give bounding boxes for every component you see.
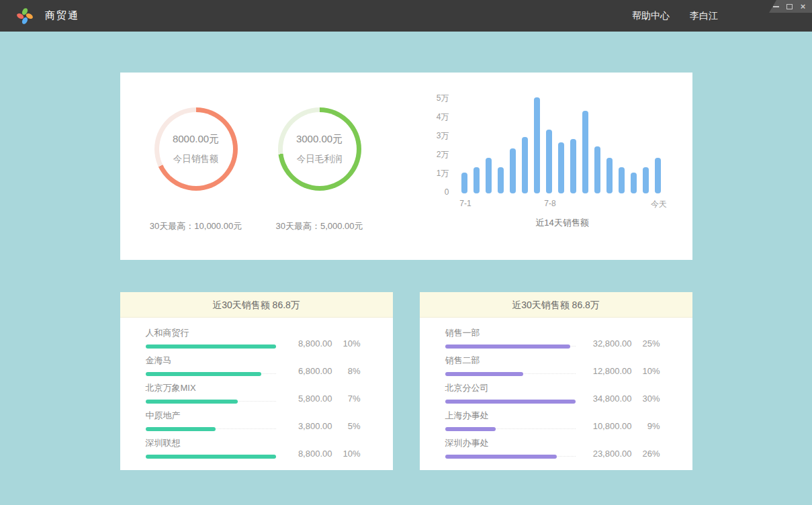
rank-row: 北京分公司 34,800.00 30% xyxy=(445,382,660,404)
rank-card-title: 近30天销售额 86.8万 xyxy=(420,292,692,318)
rank-percent: 9% xyxy=(632,421,660,431)
rank-item-name: 销售二部 xyxy=(445,355,576,367)
sales-bar xyxy=(534,97,540,193)
rank-percent: 10% xyxy=(632,366,660,376)
sales-bar xyxy=(655,158,661,193)
rank-item-name: 深圳办事处 xyxy=(445,437,576,449)
today-sales-donut-block: 8000.00元 今日销售额 30天最高：10,000.00元 xyxy=(146,73,246,260)
rank-bar-track xyxy=(146,372,276,376)
sales-bar xyxy=(546,130,552,193)
rank-percent: 30% xyxy=(632,394,660,404)
rank-row: 深圳联想 8,800.00 10% xyxy=(146,437,361,459)
rank-item-name: 销售一部 xyxy=(445,327,576,339)
app-title: 商贸通 xyxy=(45,9,79,22)
customer-rank-card: 近30天销售额 86.8万 人和商贸行 8,800.00 10% 金海马 6,8… xyxy=(120,292,393,470)
rank-row: 销售一部 32,800.00 25% xyxy=(445,327,660,349)
sales-bar-chart: 5万4万3万2万1万0 7-17-8今天 近14天销售额 xyxy=(431,73,667,260)
rank-bar xyxy=(146,400,238,404)
rank-item-name: 金海马 xyxy=(146,355,276,367)
rank-percent: 10% xyxy=(332,449,361,459)
rank-percent: 25% xyxy=(632,338,660,349)
today-profit-donut-block: 3000.00元 今日毛利润 30天最高：5,000.00元 xyxy=(269,73,370,260)
y-axis-tick: 1万 xyxy=(437,169,449,178)
rank-percent: 5% xyxy=(332,421,361,431)
rank-bar-track xyxy=(445,372,576,376)
rank-bar xyxy=(146,427,216,431)
sales-bar xyxy=(486,158,492,193)
rank-bar-track xyxy=(146,400,276,404)
department-rank-card: 近30天销售额 86.8万 销售一部 32,800.00 25% 销售二部 12… xyxy=(420,292,692,470)
rank-list: 人和商贸行 8,800.00 10% 金海马 6,800.00 8% 北京万象M… xyxy=(120,318,393,459)
rank-cards-row: 近30天销售额 86.8万 人和商贸行 8,800.00 10% 金海马 6,8… xyxy=(120,292,692,505)
sales-bar xyxy=(570,139,576,193)
rank-item-name: 中原地产 xyxy=(146,410,276,422)
rank-card-title: 近30天销售额 86.8万 xyxy=(120,292,393,318)
close-icon[interactable]: × xyxy=(799,3,807,10)
rank-bar xyxy=(445,345,570,349)
rank-bar-track xyxy=(146,455,276,459)
rank-bar-track xyxy=(445,400,576,404)
today-sales-footnote: 30天最高：10,000.00元 xyxy=(150,220,242,232)
x-axis-tick: 今天 xyxy=(651,199,667,210)
rank-amount: 5,800.00 xyxy=(288,394,332,404)
rank-bar-track xyxy=(445,345,576,349)
sales-bars xyxy=(461,94,667,193)
rank-amount: 34,800.00 xyxy=(588,394,632,404)
rank-row: 北京万象MIX 5,800.00 7% xyxy=(146,382,361,404)
sales-bar xyxy=(606,158,613,193)
y-axis-tick: 3万 xyxy=(437,131,449,140)
rank-item-name: 上海办事处 xyxy=(445,410,576,422)
today-profit-value: 3000.00元 xyxy=(296,133,343,146)
rank-amount: 8,800.00 xyxy=(288,449,332,459)
today-profit-donut: 3000.00元 今日毛利润 xyxy=(278,107,361,191)
rank-item-name: 北京分公司 xyxy=(445,382,576,394)
rank-bar xyxy=(445,427,496,431)
rank-percent: 10% xyxy=(332,338,361,349)
help-center-link[interactable]: 帮助中心 xyxy=(632,10,670,22)
rank-row: 深圳办事处 23,800.00 26% xyxy=(445,437,660,459)
sales-bar xyxy=(582,111,588,193)
sales-bar xyxy=(473,167,480,193)
app-logo-pinwheel-icon xyxy=(16,7,34,25)
rank-bar xyxy=(445,455,557,459)
maximize-icon[interactable] xyxy=(786,3,793,10)
rank-percent: 26% xyxy=(632,449,660,459)
rank-amount: 8,800.00 xyxy=(288,338,332,349)
sales-bar xyxy=(558,142,564,193)
rank-bar xyxy=(146,455,276,459)
rank-list: 销售一部 32,800.00 25% 销售二部 12,800.00 10% 北京… xyxy=(420,318,692,459)
today-profit-caption: 今日毛利润 xyxy=(297,153,343,165)
rank-row: 人和商贸行 8,800.00 10% xyxy=(146,327,361,349)
x-axis: 7-17-8今天 xyxy=(463,193,662,208)
rank-bar-track xyxy=(146,345,276,349)
rank-bar xyxy=(445,372,523,376)
sales-bar xyxy=(522,137,528,193)
chart-title: 近14天销售额 xyxy=(463,217,662,229)
rank-amount: 12,800.00 xyxy=(588,366,632,376)
user-menu[interactable]: 李白江 xyxy=(690,10,718,22)
rank-percent: 7% xyxy=(332,394,361,404)
titlebar: 商贸通 帮助中心 李白江 × xyxy=(0,0,812,32)
rank-bar-track xyxy=(146,427,276,431)
titlebar-menu: 帮助中心 李白江 xyxy=(632,10,718,22)
summary-card: 8000.00元 今日销售额 30天最高：10,000.00元 3000.00元… xyxy=(120,73,692,260)
sales-bar xyxy=(643,167,649,193)
minimize-icon[interactable] xyxy=(772,3,780,10)
y-axis-tick: 4万 xyxy=(437,112,449,122)
rank-bar xyxy=(146,345,276,349)
today-sales-donut: 8000.00元 今日销售额 xyxy=(154,107,238,191)
rank-item-name: 北京万象MIX xyxy=(146,382,276,394)
rank-amount: 10,800.00 xyxy=(588,421,632,431)
y-axis-tick: 2万 xyxy=(437,150,449,159)
rank-bar-track xyxy=(445,455,576,459)
y-axis-tick: 5万 xyxy=(437,93,449,103)
rank-amount: 6,800.00 xyxy=(288,366,332,376)
today-sales-value: 8000.00元 xyxy=(173,133,219,146)
rank-percent: 8% xyxy=(332,366,361,376)
rank-amount: 23,800.00 xyxy=(588,449,632,459)
sales-bar xyxy=(619,167,625,193)
y-axis: 5万4万3万2万1万0 xyxy=(431,94,449,193)
rank-item-name: 人和商贸行 xyxy=(146,327,276,339)
rank-row: 金海马 6,800.00 8% xyxy=(146,355,361,376)
rank-item-name: 深圳联想 xyxy=(146,437,276,449)
